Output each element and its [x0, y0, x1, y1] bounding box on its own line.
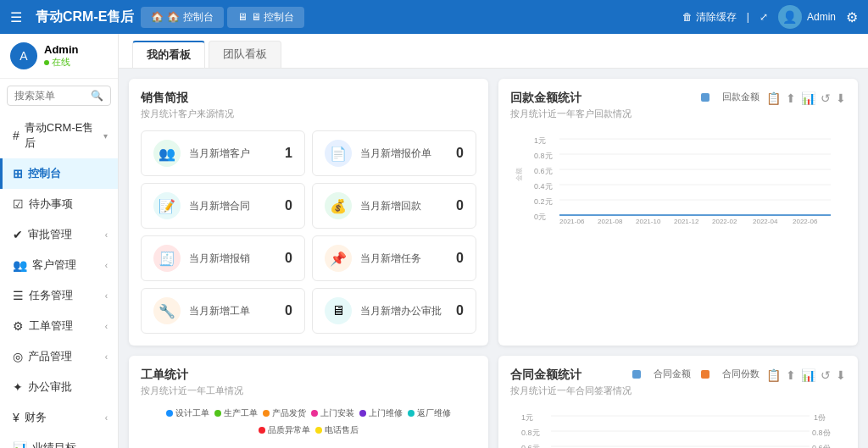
- contract-table-icon[interactable]: 📋: [766, 368, 781, 382]
- refresh-icon[interactable]: ↺: [821, 91, 831, 105]
- sidebar-item-customer[interactable]: 👥 客户管理 ‹: [0, 250, 118, 280]
- sidebar-item-finance[interactable]: ¥ 财务 ‹: [0, 402, 118, 433]
- svg-text:0.6元: 0.6元: [534, 167, 553, 175]
- sales-item-office[interactable]: 🖥 当月新增办公审批 0: [312, 288, 476, 334]
- sales-item-expense[interactable]: 🧾 当月新增报销 0: [141, 235, 305, 281]
- svg-text:2021-12: 2021-12: [674, 218, 699, 224]
- refund-icon: 💰: [325, 192, 352, 219]
- expand-icon[interactable]: ⤢: [760, 11, 768, 23]
- sales-count-refund: 0: [456, 198, 464, 213]
- sidebar-item-dashboard[interactable]: ⊞ 控制台: [0, 158, 118, 189]
- clear-icon: 🗑: [682, 11, 693, 23]
- legend-item-phone: 电话售后: [315, 424, 359, 436]
- sidebar-label-target: 业绩目标: [32, 440, 76, 448]
- sidebar: A Admin 在线 🔍 # 青动CRM-E售后 ▾: [0, 34, 119, 448]
- user-avatar: A: [10, 42, 37, 69]
- search-box[interactable]: 🔍: [7, 86, 111, 106]
- user-info: Admin 在线: [44, 43, 78, 69]
- admin-label: Admin: [807, 11, 836, 23]
- content-area: 我的看板 团队看板 销售简报 按月统计客户来源情况 👥 当月新增客户 1: [119, 34, 868, 448]
- sales-item-workorder[interactable]: 🔧 当月新增工单 0: [141, 288, 305, 334]
- sales-item-refund[interactable]: 💰 当月新增回款 0: [312, 183, 476, 229]
- sidebar-label-task: 任务管理: [29, 288, 73, 303]
- sales-summary-title: 销售简报: [141, 91, 476, 106]
- header-left: ☰ 青动CRM-E售后 🏠 🏠 控制台 🖥 🖥 控制台: [10, 7, 304, 28]
- sales-item-quote[interactable]: 📄 当月新增报价单 0: [312, 130, 476, 176]
- status-dot: [44, 60, 49, 65]
- sales-label-quote: 当月新增报价单: [360, 147, 431, 161]
- svg-text:0.8元: 0.8元: [534, 152, 553, 160]
- sidebar-item-task[interactable]: ☰ 任务管理 ‹: [0, 280, 118, 311]
- task-new-icon: 📌: [325, 245, 352, 272]
- task-icon: ☰: [13, 289, 24, 302]
- header-tab-2[interactable]: 🖥 🖥 控制台: [227, 7, 304, 28]
- expense-icon: 🧾: [153, 245, 181, 272]
- tab-my-board[interactable]: 我的看板: [132, 41, 205, 68]
- sidebar-item-product[interactable]: ◎ 产品管理 ‹: [0, 341, 118, 372]
- clear-cache-button[interactable]: 🗑 清除缓存: [682, 10, 737, 25]
- chart-action-icons: 📋 ⬆ 📊 ↺ ⬇: [766, 91, 846, 105]
- download-icon[interactable]: ⬇: [836, 91, 846, 105]
- contract-stats-subtitle: 按月统计近一年合同签署情况: [510, 384, 632, 397]
- dashboard-icon: ⊞: [13, 167, 23, 180]
- page-tabs: 我的看板 团队看板: [119, 34, 868, 69]
- table-icon[interactable]: 📋: [766, 91, 781, 105]
- contract-stats-card: 合同金额统计 按月统计近一年合同签署情况 合同金额 合同份数 📋 ⬆: [498, 356, 858, 448]
- search-icon[interactable]: 🔍: [91, 90, 103, 102]
- svg-text:2021-10: 2021-10: [636, 218, 661, 224]
- svg-text:2022-04: 2022-04: [753, 218, 778, 224]
- sidebar-item-office[interactable]: ✦ 办公审批: [0, 372, 118, 402]
- pie-legend: 设计工单 生产工单 产品发货 上门安装: [141, 407, 476, 436]
- target-icon: 📊: [13, 441, 27, 448]
- sales-summary-card: 销售简报 按月统计客户来源情况 👥 当月新增客户 1 📄 当月新增报价单: [129, 79, 488, 346]
- chevron-icon-approval: ‹: [105, 230, 108, 240]
- menu-icon[interactable]: ☰: [10, 9, 22, 25]
- export-icon[interactable]: ⬆: [786, 91, 796, 105]
- tab-team-board[interactable]: 团队看板: [209, 41, 281, 68]
- header-tab-1[interactable]: 🏠 🏠 控制台: [141, 7, 223, 28]
- search-input[interactable]: [14, 90, 87, 102]
- header-right: 🗑 清除缓存 | ⤢ 👤 Admin ⚙: [682, 5, 858, 29]
- contract-refresh-icon[interactable]: ↺: [821, 368, 831, 382]
- admin-info[interactable]: 👤 Admin: [778, 5, 836, 29]
- svg-text:0.2元: 0.2元: [534, 197, 553, 206]
- sales-item-customer[interactable]: 👥 当月新增客户 1: [141, 130, 305, 176]
- sales-count-workorder: 0: [285, 303, 292, 318]
- svg-text:1元: 1元: [534, 136, 546, 145]
- workorder-new-icon: 🔧: [153, 297, 181, 324]
- contract-export-icon[interactable]: ⬆: [786, 368, 796, 382]
- sales-item-task[interactable]: 📌 当月新增任务 0: [312, 235, 476, 281]
- sidebar-label-finance: 财务: [25, 410, 47, 425]
- dashboard-grid: 销售简报 按月统计客户来源情况 👥 当月新增客户 1 📄 当月新增报价单: [119, 69, 868, 448]
- sidebar-item-target[interactable]: 📊 业绩目标: [0, 433, 118, 448]
- sales-count-quote: 0: [456, 146, 464, 161]
- sidebar-item-workorder[interactable]: ⚙ 工单管理 ‹: [0, 311, 118, 341]
- sales-item-contract[interactable]: 📝 当月新增合同 0: [141, 183, 305, 229]
- chevron-icon-finance: ‹: [105, 413, 108, 423]
- home-icon: 🏠: [151, 11, 164, 23]
- sidebar-item-approval[interactable]: ✔ 审批管理 ‹: [0, 219, 118, 250]
- legend-item-factory-repair: 返厂维修: [408, 407, 451, 419]
- refund-stats-subtitle: 按月统计近一年客户回款情况: [510, 108, 632, 120]
- workorder-stats-card: 工单统计 按月统计近一年工单情况 设计工单 生产工单 产品发货: [129, 356, 488, 448]
- contract-amount-legend-dot: [632, 370, 641, 379]
- contract-download-icon[interactable]: ⬇: [836, 368, 846, 382]
- workorder-stats-title: 工单统计: [141, 368, 476, 383]
- sidebar-label-approval: 审批管理: [28, 227, 72, 242]
- contract-count-legend-label: 合同份数: [722, 368, 760, 380]
- svg-text:0元: 0元: [534, 213, 546, 221]
- contract-bar-icon[interactable]: 📊: [801, 368, 815, 382]
- user-status: 在线: [44, 56, 78, 69]
- svg-text:2021-06: 2021-06: [559, 218, 585, 224]
- approval-icon: ✔: [13, 228, 23, 241]
- product-icon: ◎: [13, 350, 23, 363]
- sales-count-expense: 0: [285, 251, 292, 266]
- office-icon: ✦: [13, 380, 23, 394]
- sidebar-user: A Admin 在线: [0, 34, 118, 79]
- sidebar-item-todo[interactable]: ☑ 待办事项: [0, 189, 118, 219]
- settings-icon[interactable]: ⚙: [846, 9, 858, 25]
- sales-count-contract: 0: [285, 198, 292, 213]
- bar-chart-icon[interactable]: 📊: [801, 91, 815, 105]
- sidebar-item-crm[interactable]: # 青动CRM-E售后 ▾: [0, 113, 118, 158]
- sales-summary-subtitle: 按月统计客户来源情况: [141, 108, 476, 120]
